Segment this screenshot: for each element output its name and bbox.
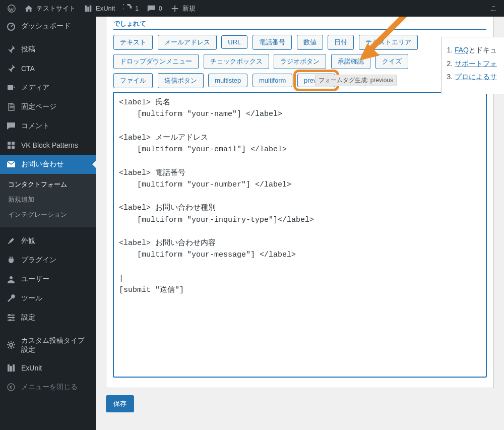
submenu-integration[interactable]: インテグレーション <box>0 207 96 222</box>
sidebar-item-posts[interactable]: 投稿 <box>0 40 96 59</box>
mail-icon <box>6 159 16 169</box>
svg-point-4 <box>12 317 14 319</box>
sidebar-item-label: ExUnit <box>21 364 42 372</box>
site-home-link[interactable]: テストサイト <box>20 0 80 17</box>
exunit-icon <box>84 4 93 13</box>
updates-link[interactable]: 1 <box>119 0 143 17</box>
tag-file[interactable]: ファイル <box>113 73 153 88</box>
tag-email[interactable]: メールアドレス <box>158 35 217 50</box>
plug-icon <box>6 255 16 265</box>
sidebar-item-media[interactable]: メディア <box>0 78 96 97</box>
form-tag-tooltip: フォームタグ生成: previous <box>315 75 397 86</box>
tag-acceptance[interactable]: 承諾確認 <box>331 54 370 69</box>
updates-count: 1 <box>135 5 139 12</box>
sidebar-item-settings[interactable]: 設定 <box>0 308 96 327</box>
sidebar-item-vk-block-patterns[interactable]: VK Block Patterns <box>0 136 96 155</box>
comments-link[interactable]: 0 <box>143 0 166 17</box>
gear-icon <box>6 340 16 350</box>
help-item-pro: プロによるサ <box>455 70 504 84</box>
sidebar-item-label: VK Block Patterns <box>21 141 78 149</box>
comment-icon <box>6 121 16 131</box>
sidebar-item-dashboard[interactable]: ダッシュボード <box>0 17 96 36</box>
comments-count: 0 <box>159 5 162 12</box>
wp-logo-menu[interactable] <box>3 0 20 17</box>
help-link-faq[interactable]: FAQ <box>455 46 469 54</box>
tag-radio[interactable]: ラジオボタン <box>274 54 326 69</box>
tag-multiform[interactable]: multiform <box>253 74 292 87</box>
sidebar-item-appearance[interactable]: 外観 <box>0 231 96 251</box>
wrench-icon <box>6 293 16 303</box>
sidebar-item-plugins[interactable]: プラグイン <box>0 251 96 270</box>
sidebar-item-exunit[interactable]: ExUnit <box>0 358 96 378</box>
home-icon <box>24 4 33 13</box>
sidebar-item-label: コメント <box>21 121 49 131</box>
tag-text[interactable]: テキスト <box>113 35 153 50</box>
exunit-icon <box>6 363 16 373</box>
tag-dropdown[interactable]: ドロップダウンメニュー <box>113 54 199 69</box>
exunit-label: ExUnit <box>96 5 115 12</box>
admin-toolbar: テストサイト ExUnit 1 0 新規 こ <box>0 0 504 17</box>
help-link-support[interactable]: サポートフォ <box>455 59 497 68</box>
svg-point-2 <box>10 276 13 279</box>
sidebar-item-label: ツール <box>21 294 42 303</box>
submenu-add-new[interactable]: 新規追加 <box>0 192 96 207</box>
sidebar-item-label: ダッシュボード <box>21 22 71 31</box>
admin-sidebar: ダッシュボード 投稿 CTA メディア 固定ページ コメント VK Block … <box>0 17 96 430</box>
form-editor-panel: でしょれて テキスト メールアドレス URL 電話番号 数値 日付 テキストエリ… <box>106 17 494 388</box>
submenu-contact-forms[interactable]: コンタクトフォーム <box>0 177 96 192</box>
sidebar-item-cpt-settings[interactable]: カスタム投稿タイプ設定 <box>0 331 96 358</box>
help-link-pro[interactable]: プロによるサ <box>455 73 497 81</box>
sidebar-item-label: 設定 <box>21 313 35 322</box>
sidebar-item-contact[interactable]: お問い合わせ <box>0 155 96 174</box>
pin-icon <box>6 44 16 54</box>
new-label: 新規 <box>182 4 196 13</box>
sidebar-item-cta[interactable]: CTA <box>0 59 96 78</box>
sidebar-item-users[interactable]: ユーザー <box>0 270 96 289</box>
sidebar-item-pages[interactable]: 固定ページ <box>0 97 96 116</box>
sidebar-item-label: 固定ページ <box>21 102 56 111</box>
wordpress-icon <box>7 4 16 13</box>
content-area: でしょれて テキスト メールアドレス URL 電話番号 数値 日付 テキストエリ… <box>96 17 504 430</box>
refresh-icon <box>123 4 132 13</box>
tag-date[interactable]: 日付 <box>328 35 354 50</box>
user-icon <box>6 274 16 284</box>
sidebar-item-comments[interactable]: コメント <box>0 116 96 136</box>
sidebar-item-label: メディア <box>21 83 49 92</box>
new-content-link[interactable]: 新規 <box>166 0 200 17</box>
contact-submenu: コンタクトフォーム 新規追加 インテグレーション <box>0 174 96 227</box>
tag-multistep[interactable]: multistep <box>208 74 247 87</box>
tag-textarea[interactable]: テキストエリア <box>359 35 418 50</box>
site-title: テストサイト <box>36 4 76 13</box>
help-item-faq: FAQとドキュ <box>455 43 504 57</box>
save-button[interactable]: 保存 <box>106 395 134 412</box>
tag-submit[interactable]: 送信ボタン <box>158 73 204 88</box>
sidebar-item-label: お問い合わせ <box>21 160 64 169</box>
tag-number[interactable]: 数値 <box>297 35 323 50</box>
tag-tel[interactable]: 電話番号 <box>253 35 292 50</box>
grid-icon <box>6 140 16 150</box>
help-tail: とドキュ <box>469 46 497 54</box>
sidebar-item-label: メニューを閉じる <box>21 383 78 392</box>
help-sidebar: FAQとドキュ サポートフォ プロによるサ <box>441 37 504 94</box>
tag-url[interactable]: URL <box>221 35 247 49</box>
pin-icon <box>6 64 16 74</box>
tag-quiz[interactable]: クイズ <box>375 54 408 69</box>
tag-checkbox[interactable]: チェックボックス <box>204 54 269 69</box>
sliders-icon <box>6 313 16 323</box>
brush-icon <box>6 236 16 246</box>
panel-header-fragment: でしょれて <box>113 19 486 30</box>
svg-point-7 <box>8 384 15 391</box>
sidebar-item-collapse[interactable]: メニューを閉じる <box>0 378 96 397</box>
dashboard-icon <box>6 21 16 31</box>
adminbar-right-text: こ <box>490 4 497 13</box>
comment-icon <box>147 4 156 13</box>
media-icon <box>6 83 16 93</box>
svg-point-5 <box>9 319 11 321</box>
adminbar-right-fragment[interactable]: こ <box>486 0 501 17</box>
sidebar-item-label: カスタム投稿タイプ設定 <box>21 336 91 354</box>
sidebar-item-tools[interactable]: ツール <box>0 289 96 308</box>
exunit-menu[interactable]: ExUnit <box>80 0 119 17</box>
form-template-textarea[interactable] <box>113 92 486 377</box>
plus-icon <box>170 4 179 13</box>
form-tag-toolbar: テキスト メールアドレス URL 電話番号 数値 日付 テキストエリア ドロップ… <box>113 35 486 92</box>
